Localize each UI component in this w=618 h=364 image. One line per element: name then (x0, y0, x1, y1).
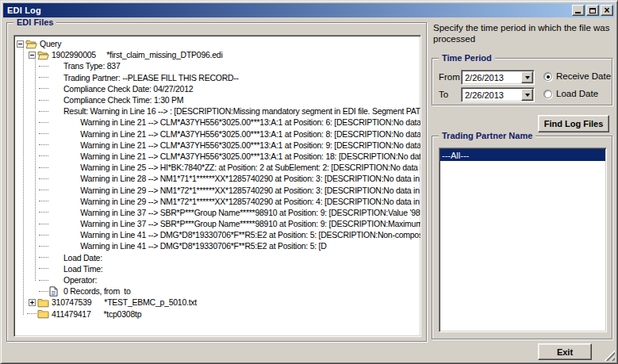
to-date-combobox[interactable]: 2/26/2013 (461, 87, 535, 102)
tree-indent (14, 83, 38, 94)
tree-node[interactable]: Warning in Line 37 --> SBR*P***Group Nam… (14, 218, 420, 229)
folder-open-icon (25, 39, 37, 49)
tree-icon-slot (49, 105, 62, 117)
folder-open-icon (37, 50, 49, 60)
radio-button-icon[interactable] (543, 72, 552, 81)
trading-partner-groupbox: Trading Partner Name ---All--- (432, 136, 612, 339)
tree-node[interactable]: Warning in Line 29 --> NM1*72*1******XX*… (14, 184, 420, 195)
tree-node[interactable]: Warning in Line 21 --> CLM*A37YH556*3025… (14, 140, 420, 151)
trading-partner-group-title: Trading Partner Name (439, 131, 535, 140)
load-date-radio[interactable]: Load Date (543, 89, 598, 98)
tree-connector-line (39, 268, 48, 269)
tree-node[interactable]: Trans Type: 837 (14, 60, 420, 71)
tree-node-label: Warning in Line 37 --> SBR*P***Group Nam… (63, 208, 421, 217)
tree-indent (14, 94, 38, 105)
tree-indent (14, 285, 38, 297)
tree-expander-slot (38, 207, 49, 218)
tree-node[interactable]: Warning in Line 21 --> CLM*A37YH556*3025… (14, 128, 420, 140)
exit-button[interactable]: Exit (538, 343, 592, 360)
from-date-dropdown-button[interactable] (521, 71, 533, 83)
trading-partner-list-item[interactable]: ---All--- (440, 149, 605, 161)
tree-node[interactable]: Result: Warning in Line 16 --> : [DESCRI… (14, 105, 420, 117)
tree-node[interactable]: Warning in Line 41 --> DMG*D8*19330706*F… (14, 240, 420, 251)
tree-node[interactable]: Compliance Check Time: 1:30 PM (14, 94, 420, 105)
tree-expander-slot (38, 117, 49, 128)
tree-icon-slot (49, 140, 62, 151)
tree-icon-slot (49, 285, 62, 297)
maximize-button[interactable] (586, 5, 599, 16)
tree-node[interactable]: Warning in Line 21 --> CLM*A37YH556*3025… (14, 151, 420, 162)
resize-grip[interactable] (603, 349, 615, 361)
tree-node[interactable]: Warning in Line 21 --> CLM*A37YH556*3025… (14, 117, 420, 128)
tree-node[interactable]: 0 Records, from to (14, 285, 420, 297)
edi-files-treeview[interactable]: Query1902990005 *first_claim_missing_DTP… (13, 35, 421, 337)
tree-node-label: Warning in Line 29 --> NM1*72*1******XX*… (63, 186, 421, 195)
close-button[interactable]: × (601, 5, 613, 16)
tree-node-label: Result: Warning in Line 16 --> : [DESCRI… (63, 106, 421, 116)
to-date-dropdown-button[interactable] (521, 89, 533, 101)
tree-connector-line (27, 313, 36, 314)
tree-indent (14, 196, 38, 207)
expand-plus-icon[interactable] (29, 299, 36, 306)
tree-node-label: Warning in Line 37 --> SBR*P***Group Nam… (63, 219, 421, 228)
tree-node-label: Warning in Line 25 --> HI*BK:7840*ZZ: at… (63, 163, 421, 172)
tree-icon-slot (49, 207, 62, 218)
tree-node[interactable]: Query (14, 38, 420, 49)
instruction-text: Specify the time period in which the fil… (433, 22, 617, 44)
tree-indent (14, 105, 38, 117)
tree-indent (14, 151, 38, 162)
tree-node[interactable]: 411479417 *tcp0308tp (14, 308, 420, 320)
radio-button-icon[interactable] (543, 90, 552, 98)
tree-icon-slot (37, 49, 50, 60)
tree-indent (14, 72, 38, 83)
tree-node-label: Trans Type: 837 (63, 61, 121, 71)
tree-node[interactable]: Warning in Line 28 --> NM1*71*1******XX*… (14, 173, 420, 184)
tree-indent (14, 252, 38, 263)
edi-files-groupbox: EDI Files Query1902990005 *first_claim_m… (6, 22, 427, 342)
find-log-files-button[interactable]: Find Log Files (538, 115, 609, 132)
tree-node[interactable]: Warning in Line 41 --> DMG*D8*19330706*F… (14, 229, 420, 240)
tree-icon-slot (49, 60, 62, 71)
tree-node[interactable]: Load Time: (14, 263, 420, 274)
tree-connector-line (39, 224, 48, 224)
tree-indent (14, 173, 38, 184)
tree-indent (14, 263, 38, 274)
tree-connector-line (39, 178, 48, 179)
trading-partner-listbox[interactable]: ---All--- (439, 148, 607, 332)
tree-node[interactable]: Operator: (14, 274, 420, 285)
tree-connector-line (39, 77, 48, 78)
tree-icon-slot (49, 240, 62, 251)
tree-node-label: Warning in Line 41 --> DMG*D8*19330706*F… (63, 230, 421, 239)
tree-connector-line (39, 212, 48, 213)
tree-connector-line (39, 167, 48, 168)
chevron-down-icon (525, 94, 530, 97)
folder-closed-icon (37, 308, 49, 319)
tree-node-label: Warning in Line 21 --> CLM*A37YH556*3025… (63, 140, 421, 150)
tree-node[interactable]: Trading Partner: --PLEASE FILL THIS RECO… (14, 72, 420, 83)
receive-date-radio[interactable]: Receive Date (543, 71, 611, 81)
tree-node[interactable]: Warning in Line 37 --> SBR*P***Group Nam… (14, 207, 420, 218)
tree-node[interactable]: 310747539 *TEST_EBMC_p_5010.txt (14, 297, 420, 308)
tree-node[interactable]: Warning in Line 29 --> NM1*72*1******XX*… (14, 196, 420, 207)
tree-node[interactable]: Warning in Line 25 --> HI*BK:7840*ZZ: at… (14, 162, 420, 173)
tree-node[interactable]: Load Date: (14, 252, 420, 263)
tree-node[interactable]: 1902990005 *first_claim_missing_DTP096.e… (14, 49, 420, 60)
tree-node-label: Warning in Line 29 --> NM1*72*1******XX*… (63, 197, 421, 206)
tree-expander-slot (38, 94, 49, 105)
tree-connector-line (39, 122, 48, 123)
tree-node[interactable]: Compliance Check Date: 04/27/2012 (14, 83, 420, 94)
tree-expander-slot (38, 105, 49, 117)
tree-indent (14, 240, 38, 251)
tree-connector-line (39, 190, 48, 190)
tree-expander-slot (38, 252, 49, 263)
edi-log-window: EDI Log × EDI Files Query1902990005 *fir… (0, 0, 618, 364)
from-date-combobox[interactable]: 2/26/2013 (461, 70, 535, 85)
folder-closed-icon (37, 297, 49, 308)
tree-connector-line (39, 280, 48, 281)
tree-indent (14, 184, 38, 195)
minimize-button[interactable] (572, 5, 585, 16)
collapse-minus-icon[interactable] (29, 52, 36, 59)
collapse-minus-icon[interactable] (17, 40, 24, 48)
titlebar[interactable]: EDI Log × (3, 3, 615, 17)
tree-expander-slot (38, 60, 49, 71)
